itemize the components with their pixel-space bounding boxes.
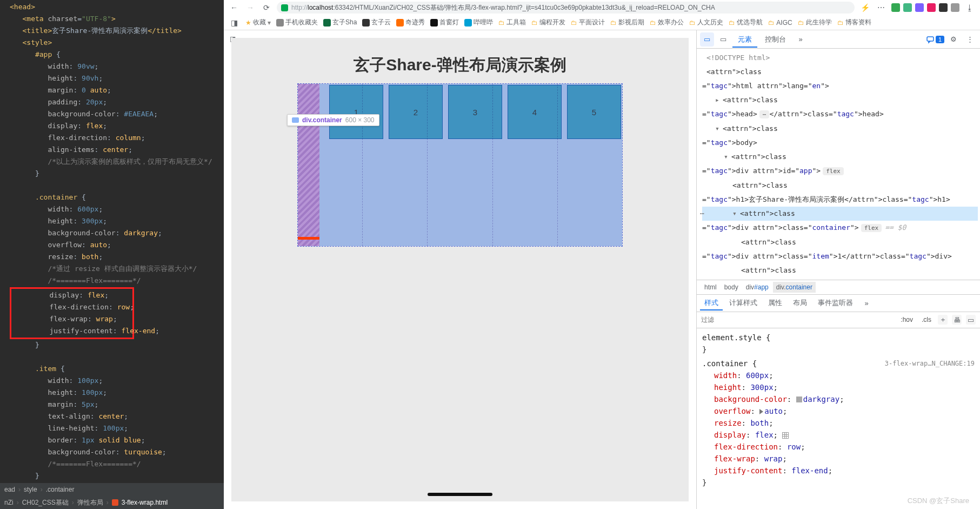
flex-item[interactable]: 2 bbox=[389, 85, 443, 139]
breadcrumb-item[interactable]: html bbox=[701, 282, 720, 293]
bookmark-item[interactable]: 哔哩哔 bbox=[464, 18, 493, 27]
bookmark-item[interactable]: 🗀效率办公 bbox=[650, 18, 684, 27]
code-area[interactable]: <head> <meta charset="UTF-8"> <title>玄子S… bbox=[0, 0, 224, 483]
flex-item[interactable]: 4 bbox=[508, 85, 562, 139]
styles-tab[interactable]: 属性 bbox=[764, 295, 786, 310]
extension-icon[interactable] bbox=[939, 3, 948, 12]
settings-icon[interactable]: ⚙ bbox=[946, 32, 961, 47]
download-icon[interactable]: ⭳ bbox=[964, 2, 976, 14]
reload-button[interactable]: ⟳ bbox=[261, 2, 272, 14]
bookmarks-bar: ◨ ★收藏▾手机收藏夹玄子Sha玄子云奇迹秀首窗灯哔哩哔🗀工具箱🗀编程开发🗀平面… bbox=[224, 15, 980, 30]
page-title: 玄子Share-弹性布局演示案例 bbox=[354, 54, 566, 76]
bookmark-item[interactable]: 🗀编程开发 bbox=[531, 18, 565, 27]
issues-indicator[interactable]: 1 bbox=[926, 35, 944, 44]
breadcrumb-item[interactable]: body bbox=[721, 282, 742, 293]
new-style-rule-icon[interactable]: ＋ bbox=[938, 315, 948, 325]
styles-tab[interactable]: 计算样式 bbox=[725, 295, 762, 310]
bookmark-item[interactable]: 🗀平面设计 bbox=[571, 18, 605, 27]
devtools-top-tabs: ▭ ▭ 元素 控制台 » 1 ⚙ ⋮ bbox=[697, 30, 980, 49]
bookmark-item[interactable]: 🗀博客资料 bbox=[837, 18, 871, 27]
address-bar: ← → ⟳ http://localhost:63342/HTML/XuanZi… bbox=[224, 0, 980, 15]
devtools-dock-toggle-icon[interactable]: ◨ bbox=[228, 17, 240, 29]
kebab-menu-icon[interactable]: ⋮ bbox=[963, 32, 977, 47]
rendered-preview: ◨ 玄子Share-弹性布局演示案例 div.container 600 × 3… bbox=[224, 30, 696, 509]
dom-tree[interactable]: <!DOCTYPE html><attrn">class="tagc">html… bbox=[697, 49, 980, 280]
styles-tab[interactable]: 事件监听器 bbox=[814, 295, 857, 310]
browser-window: ← → ⟳ http://localhost:63342/HTML/XuanZi… bbox=[224, 0, 980, 509]
code-editor: <head> <meta charset="UTF-8"> <title>玄子S… bbox=[0, 0, 224, 509]
bookmark-item[interactable]: 玄子云 bbox=[362, 18, 391, 27]
cls-toggle[interactable]: .cls bbox=[919, 315, 934, 325]
device-toggle-button[interactable]: ▭ bbox=[716, 32, 730, 47]
flex-item[interactable]: 1 bbox=[329, 85, 383, 139]
extension-icon[interactable] bbox=[927, 3, 936, 12]
flex-item[interactable]: 3 bbox=[448, 85, 502, 139]
editor-selector-breadcrumb[interactable]: ead›style›.container bbox=[0, 483, 224, 496]
bookmark-item[interactable]: 🗀此生待学 bbox=[798, 18, 832, 27]
app-root: 玄子Share-弹性布局演示案例 div.container 600 × 300… bbox=[231, 38, 689, 501]
svg-rect-0 bbox=[112, 499, 118, 506]
bookmark-item[interactable]: 手机收藏夹 bbox=[276, 18, 318, 27]
url-input[interactable]: http://localhost:63342/HTML/XuanZi/CH02_… bbox=[277, 2, 855, 14]
extensions-row bbox=[891, 3, 959, 12]
styles-body[interactable]: element.style {}.container {3-flex-wrap…… bbox=[697, 328, 980, 509]
styles-tab[interactable]: 样式 bbox=[700, 295, 723, 310]
extension-icon[interactable] bbox=[903, 3, 912, 12]
back-button[interactable]: ← bbox=[228, 2, 240, 14]
more-tabs-icon[interactable]: ⋯ bbox=[875, 2, 887, 14]
flex-items-row: 12345 bbox=[329, 85, 621, 139]
computed-toggle-icon[interactable]: ▭ bbox=[966, 315, 976, 325]
bookmark-item[interactable]: ★收藏▾ bbox=[245, 18, 271, 27]
bookmark-item[interactable]: 首窗灯 bbox=[430, 18, 459, 27]
breadcrumb-item[interactable]: div#app bbox=[743, 282, 772, 293]
svg-rect-1 bbox=[927, 37, 934, 41]
more-tabs-chevron-icon[interactable]: » bbox=[794, 32, 808, 47]
breadcrumb-item[interactable]: div.container bbox=[773, 282, 816, 293]
horizontal-scroll-indicator[interactable] bbox=[428, 493, 492, 496]
watermark-text: CSDN @玄子Share bbox=[908, 496, 969, 506]
site-security-icon bbox=[281, 4, 288, 11]
styles-tab[interactable]: 布局 bbox=[789, 295, 811, 310]
editor-file-path[interactable]: nZi›CH02_CSS基础›弹性布局› 3-flex-wrap.html bbox=[0, 496, 224, 509]
print-media-icon[interactable]: 🖶 bbox=[952, 315, 962, 325]
extension-icon[interactable] bbox=[951, 3, 959, 12]
flex-icon bbox=[292, 117, 299, 123]
tab-console[interactable]: 控制台 bbox=[759, 31, 791, 48]
quick-action-icon[interactable]: ⚡ bbox=[859, 2, 871, 14]
styles-filter-input[interactable] bbox=[701, 316, 894, 323]
bookmark-item[interactable]: 🗀工具箱 bbox=[498, 18, 526, 27]
chat-icon bbox=[926, 35, 935, 44]
dom-breadcrumbs[interactable]: htmlbodydiv#appdiv.container bbox=[697, 280, 980, 295]
flex-item[interactable]: 5 bbox=[567, 85, 621, 139]
inspect-button[interactable]: ▭ bbox=[700, 32, 714, 47]
bookmark-item[interactable]: 奇迹秀 bbox=[396, 18, 425, 27]
extension-icon[interactable] bbox=[891, 3, 900, 12]
styles-filter-row: :hov .cls ＋ 🖶 ▭ bbox=[697, 312, 980, 328]
extension-icon[interactable] bbox=[915, 3, 924, 12]
tab-elements[interactable]: 元素 bbox=[732, 31, 757, 48]
container-highlight[interactable]: 12345 bbox=[298, 84, 622, 246]
forward-button[interactable]: → bbox=[244, 2, 256, 14]
bookmark-item[interactable]: 🗀影视后期 bbox=[610, 18, 644, 27]
bookmark-item[interactable]: 玄子Sha bbox=[323, 18, 357, 27]
more-style-tabs-icon[interactable]: » bbox=[859, 296, 874, 310]
url-text: http://localhost:63342/HTML/XuanZi/CH02_… bbox=[291, 3, 715, 12]
styles-tabs: 样式计算样式属性布局事件监听器» bbox=[697, 295, 980, 312]
bookmark-item[interactable]: 🗀AIGC bbox=[768, 19, 792, 27]
hov-toggle[interactable]: :hov bbox=[898, 315, 915, 325]
bookmark-item[interactable]: 🗀人文历史 bbox=[689, 18, 723, 27]
bookmark-item[interactable]: 🗀优选导航 bbox=[729, 18, 763, 27]
devtools-panel: ▭ ▭ 元素 控制台 » 1 ⚙ ⋮ <!DOCTYPE html><attrn… bbox=[696, 30, 980, 509]
inspect-tooltip: div.container 600 × 300 bbox=[287, 114, 379, 126]
